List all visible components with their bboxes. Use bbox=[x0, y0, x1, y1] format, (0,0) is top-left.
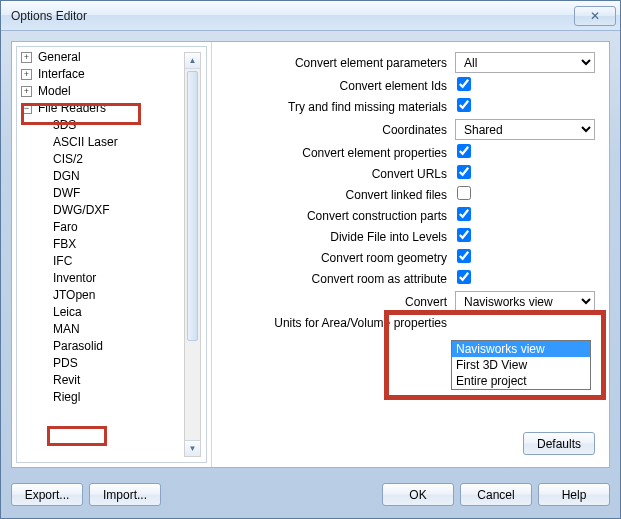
combo-option[interactable]: First 3D View bbox=[452, 357, 590, 373]
checkbox-convert-linked[interactable] bbox=[457, 186, 471, 200]
close-icon: ✕ bbox=[590, 9, 600, 23]
window-title: Options Editor bbox=[11, 9, 87, 23]
options-tree[interactable]: + General + Interface + Model − File Rea… bbox=[17, 47, 206, 408]
tree-node-jtopen[interactable]: JTOpen bbox=[21, 287, 206, 304]
tree-node-man[interactable]: MAN bbox=[21, 321, 206, 338]
combo-convert-dropdown[interactable]: Navisworks view First 3D View Entire pro… bbox=[451, 340, 591, 390]
tree-label: DGN bbox=[51, 168, 82, 185]
tree-node-inventor[interactable]: Inventor bbox=[21, 270, 206, 287]
tree-node-3ds[interactable]: 3DS bbox=[21, 117, 206, 134]
checkbox-divide-levels[interactable] bbox=[457, 228, 471, 242]
combo-option[interactable]: Navisworks view bbox=[452, 341, 590, 357]
dialog-button-row: Export... Import... OK Cancel Help bbox=[11, 483, 610, 506]
cancel-button[interactable]: Cancel bbox=[460, 483, 532, 506]
checkbox-convert-properties[interactable] bbox=[457, 144, 471, 158]
label-missing-materials: Try and find missing materials bbox=[222, 100, 447, 114]
options-panel: Convert element parameters All Convert e… bbox=[212, 42, 609, 467]
label-room-geometry: Convert room geometry bbox=[222, 251, 447, 265]
help-button[interactable]: Help bbox=[538, 483, 610, 506]
tree-node-dwf[interactable]: DWF bbox=[21, 185, 206, 202]
label-convert-construction: Convert construction parts bbox=[222, 209, 447, 223]
scroll-down-icon[interactable]: ▼ bbox=[185, 440, 200, 456]
label-coordinates: Coordinates bbox=[222, 123, 447, 137]
tree-label: Interface bbox=[36, 66, 87, 83]
tree-node-dgn[interactable]: DGN bbox=[21, 168, 206, 185]
ok-button[interactable]: OK bbox=[382, 483, 454, 506]
checkbox-room-geometry[interactable] bbox=[457, 249, 471, 263]
tree-label: 3DS bbox=[51, 117, 78, 134]
tree-node-leica[interactable]: Leica bbox=[21, 304, 206, 321]
label-divide-levels: Divide File into Levels bbox=[222, 230, 447, 244]
tree-label: MAN bbox=[51, 321, 82, 338]
tree-label: Faro bbox=[51, 219, 80, 236]
tree-node-ascii-laser[interactable]: ASCII Laser bbox=[21, 134, 206, 151]
tree-node-parasolid[interactable]: Parasolid bbox=[21, 338, 206, 355]
tree-label: JTOpen bbox=[51, 287, 97, 304]
tree-node-cis-2[interactable]: CIS/2 bbox=[21, 151, 206, 168]
tree-label: Leica bbox=[51, 304, 84, 321]
close-button[interactable]: ✕ bbox=[574, 6, 616, 26]
tree-label: PDS bbox=[51, 355, 80, 372]
tree-node-revit[interactable]: Revit bbox=[21, 372, 206, 389]
tree-label: DWF bbox=[51, 185, 82, 202]
tree-label: Riegl bbox=[51, 389, 82, 406]
tree-label: DWG/DXF bbox=[51, 202, 112, 219]
content: + General + Interface + Model − File Rea… bbox=[11, 41, 610, 468]
tree-node-file-readers[interactable]: − File Readers bbox=[21, 100, 206, 117]
tree-scroll: + General + Interface + Model − File Rea… bbox=[16, 46, 207, 463]
label-convert: Convert bbox=[222, 295, 447, 309]
tree-label: File Readers bbox=[36, 100, 108, 117]
scroll-up-icon[interactable]: ▲ bbox=[185, 53, 200, 69]
checkbox-missing-materials[interactable] bbox=[457, 98, 471, 112]
checkbox-convert-element-ids[interactable] bbox=[457, 77, 471, 91]
plus-icon[interactable]: + bbox=[21, 69, 32, 80]
checkbox-convert-urls[interactable] bbox=[457, 165, 471, 179]
tree-label: Model bbox=[36, 83, 73, 100]
tree-node-dwg-dxf[interactable]: DWG/DXF bbox=[21, 202, 206, 219]
combo-option[interactable]: Entire project bbox=[452, 373, 590, 389]
minus-icon[interactable]: − bbox=[21, 103, 32, 114]
label-convert-element-ids: Convert element Ids bbox=[222, 79, 447, 93]
plus-icon[interactable]: + bbox=[21, 86, 32, 97]
combo-coordinates[interactable]: Shared bbox=[455, 119, 595, 140]
defaults-button[interactable]: Defaults bbox=[523, 432, 595, 455]
export-button[interactable]: Export... bbox=[11, 483, 83, 506]
scroll-thumb[interactable] bbox=[187, 71, 198, 341]
tree-node-general[interactable]: + General bbox=[21, 49, 206, 66]
tree-label: IFC bbox=[51, 253, 74, 270]
plus-icon[interactable]: + bbox=[21, 52, 32, 63]
tree-node-pds[interactable]: PDS bbox=[21, 355, 206, 372]
label-convert-linked: Convert linked files bbox=[222, 188, 447, 202]
tree-node-faro[interactable]: Faro bbox=[21, 219, 206, 236]
tree-scrollbar[interactable]: ▲ ▼ bbox=[184, 52, 201, 457]
titlebar: Options Editor ✕ bbox=[1, 1, 620, 31]
tree-label: Inventor bbox=[51, 270, 98, 287]
import-button[interactable]: Import... bbox=[89, 483, 161, 506]
tree-label: CIS/2 bbox=[51, 151, 85, 168]
tree-label: FBX bbox=[51, 236, 78, 253]
combo-convert-element-parameters[interactable]: All bbox=[455, 52, 595, 73]
label-units: Units for Area/Volume properties bbox=[222, 316, 447, 330]
tree-label: Parasolid bbox=[51, 338, 105, 355]
checkbox-convert-construction[interactable] bbox=[457, 207, 471, 221]
tree-panel: + General + Interface + Model − File Rea… bbox=[12, 42, 212, 467]
tree-label: ASCII Laser bbox=[51, 134, 120, 151]
tree-node-model[interactable]: + Model bbox=[21, 83, 206, 100]
label-room-attribute: Convert room as attribute bbox=[222, 272, 447, 286]
tree-label: Revit bbox=[51, 372, 82, 389]
label-convert-properties: Convert element properties bbox=[222, 146, 447, 160]
tree-node-interface[interactable]: + Interface bbox=[21, 66, 206, 83]
checkbox-room-attribute[interactable] bbox=[457, 270, 471, 284]
tree-node-ifc[interactable]: IFC bbox=[21, 253, 206, 270]
combo-convert[interactable]: Navisworks view bbox=[455, 291, 595, 312]
label-convert-element-parameters: Convert element parameters bbox=[222, 56, 447, 70]
tree-node-riegl[interactable]: Riegl bbox=[21, 389, 206, 406]
tree-label: General bbox=[36, 49, 83, 66]
tree-node-fbx[interactable]: FBX bbox=[21, 236, 206, 253]
label-convert-urls: Convert URLs bbox=[222, 167, 447, 181]
highlight-revit bbox=[47, 426, 107, 446]
